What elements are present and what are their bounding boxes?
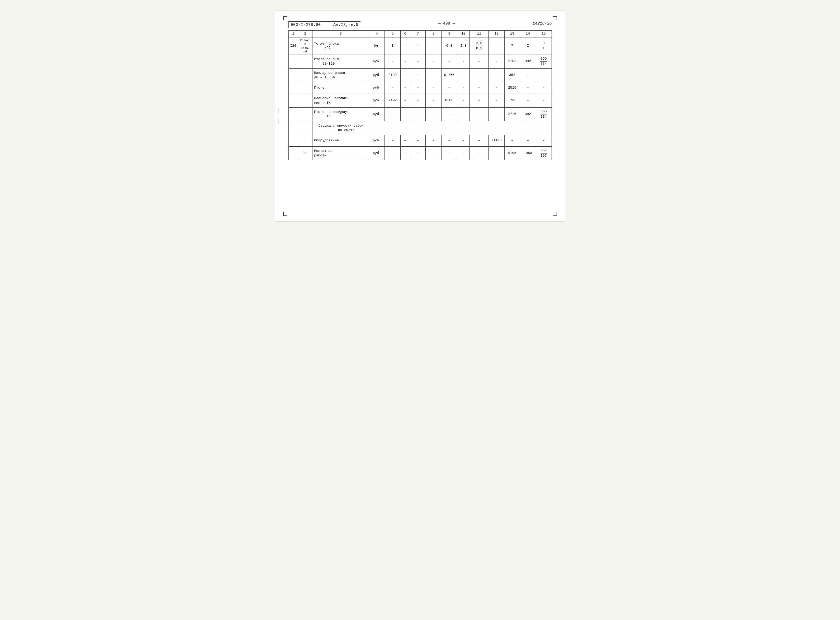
table-row-summary-title: Сводка стоимости работ по смете: [288, 121, 552, 135]
rs2-col15: 657 I97: [536, 147, 552, 160]
table-row-2: Итого по п.п. 92-I20 руб. – – – – – – – …: [288, 55, 552, 69]
r5-col6: –: [401, 94, 410, 108]
r4-col10: –: [457, 82, 470, 94]
summary-title-rest: [369, 121, 552, 135]
r5-col14: –: [520, 94, 536, 108]
col-header-3: 3: [312, 31, 369, 38]
r4-col9: –: [442, 82, 457, 94]
rs1-col5: –: [385, 135, 401, 147]
r4-col11: –: [470, 82, 489, 94]
col-header-14: 14: [520, 31, 536, 38]
r6-col4: руб.: [369, 108, 385, 121]
rs2-col12: –: [489, 147, 504, 160]
r1-col2: Кальк.3разд.Пб: [298, 37, 312, 54]
page: 903-I-278.90. Ал.I8,кн.5 — 498 — 24218-2…: [275, 11, 565, 221]
rs2-col13: 9I95: [504, 147, 520, 160]
r6-col3: Итого по разделу IV: [312, 108, 369, 121]
table-row-s1: I Оборудование руб. – – – – – – – 2II06 …: [288, 135, 552, 147]
rs2-col14: I950: [520, 147, 536, 160]
r4-col5: –: [385, 82, 401, 94]
r2-col1: [288, 55, 298, 69]
r1-col11: 2,8 0,9: [470, 37, 489, 54]
rs2-col11: –: [470, 147, 489, 160]
r3-col8: –: [426, 69, 442, 82]
rs1-col15: –: [536, 135, 552, 147]
table-row-4: Итого руб. – – – – – – – – 25I6 – –: [288, 82, 552, 94]
rs1-col9: –: [442, 135, 457, 147]
col-header-9: 9: [442, 31, 457, 38]
table-row-5: Плановые накопле-ния – 8% руб. 2492 – – …: [288, 94, 552, 108]
r5-col9: 0,08: [442, 94, 457, 108]
col-header-7: 7: [410, 31, 426, 38]
r1-col14: I: [520, 37, 536, 54]
r3-col3: Накладные расхо-ды – I6,5%: [312, 69, 369, 82]
r1-col4: бл.: [369, 37, 385, 54]
r3-col15: –: [536, 69, 552, 82]
r5-col3: Плановые накопле-ния – 8%: [312, 94, 369, 108]
rs1-col4: руб.: [369, 135, 385, 147]
r1-col5: I: [385, 37, 401, 54]
r2-col10: –: [457, 55, 470, 69]
r2-col3: Итого по п.п. 92-I20: [312, 55, 369, 69]
summary-title-col3: Сводка стоимости работ по смете: [312, 121, 369, 135]
col-header-15: 15: [536, 31, 552, 38]
r6-col5: –: [385, 108, 401, 121]
corner-mark-br: [553, 212, 557, 216]
r4-col13: 25I6: [504, 82, 520, 94]
r1-col13: 7: [504, 37, 520, 54]
r2-col12: –: [489, 55, 504, 69]
r1-col10: I,3: [457, 37, 470, 54]
rs2-col8: –: [426, 147, 442, 160]
main-table: 1 2 3 4 5 6 7 8 9 10 11 12 13 14 15 I20 …: [288, 30, 552, 160]
r3-col7: –: [410, 69, 426, 82]
col-header-2: 2: [298, 31, 312, 38]
r3-col6: –: [401, 69, 410, 82]
r2-col9: –: [442, 55, 457, 69]
r2-col13: 2I63: [504, 55, 520, 69]
header: 903-I-278.90. Ал.I8,кн.5 — 498 — 24218-2…: [288, 21, 552, 28]
rs1-col11: –: [470, 135, 489, 147]
rs1-col7: –: [410, 135, 426, 147]
r2-col7: –: [410, 55, 426, 69]
summary-title-col2: [298, 121, 312, 135]
rs2-col2: II: [298, 147, 312, 160]
rs1-col2: I: [298, 135, 312, 147]
r2-col14: 392: [520, 55, 536, 69]
r6-col10: –: [457, 108, 470, 121]
rs2-col5: –: [385, 147, 401, 160]
r1-col6: –: [401, 37, 410, 54]
col-header-10: 10: [457, 31, 470, 38]
summary-title-col1: [288, 121, 298, 135]
r5-col13: I99: [504, 94, 520, 108]
r1-col3: То же, блока НРС: [312, 37, 369, 54]
r6-col8: –: [426, 108, 442, 121]
r3-col12: –: [489, 69, 504, 82]
table-row-6: Итого по разделу IV руб. – – – – – – –– …: [288, 108, 552, 121]
r2-col15: 365 II4: [536, 55, 552, 69]
r4-col4: руб.: [369, 82, 385, 94]
r1-col9: 6,8: [442, 37, 457, 54]
r1-col7: –: [410, 37, 426, 54]
r1-col15: 3 I: [536, 37, 552, 54]
r4-col8: –: [426, 82, 442, 94]
r4-col14: –: [520, 82, 536, 94]
r6-col15: 365 II4: [536, 108, 552, 121]
table-header-row: 1 2 3 4 5 6 7 8 9 10 11 12 13 14 15: [288, 31, 552, 38]
table-row-1: I20 Кальк.3разд.Пб То же, блока НРС бл. …: [288, 37, 552, 54]
r1-col1: I20: [288, 37, 298, 54]
r5-col2: [298, 94, 312, 108]
r4-col1: [288, 82, 298, 94]
r4-col7: –: [410, 82, 426, 94]
r6-col11: ––: [470, 108, 489, 121]
rs1-col12: 2II06: [489, 135, 504, 147]
corner-mark-bl: [283, 212, 287, 216]
r5-col4: руб.: [369, 94, 385, 108]
r4-col3: Итого: [312, 82, 369, 94]
r6-col14: 392: [520, 108, 536, 121]
r1-col12: –: [489, 37, 504, 54]
r6-col7: –: [410, 108, 426, 121]
r2-col8: –: [426, 55, 442, 69]
r4-col12: –: [489, 82, 504, 94]
r3-col4: руб.: [369, 69, 385, 82]
r2-col2: [298, 55, 312, 69]
